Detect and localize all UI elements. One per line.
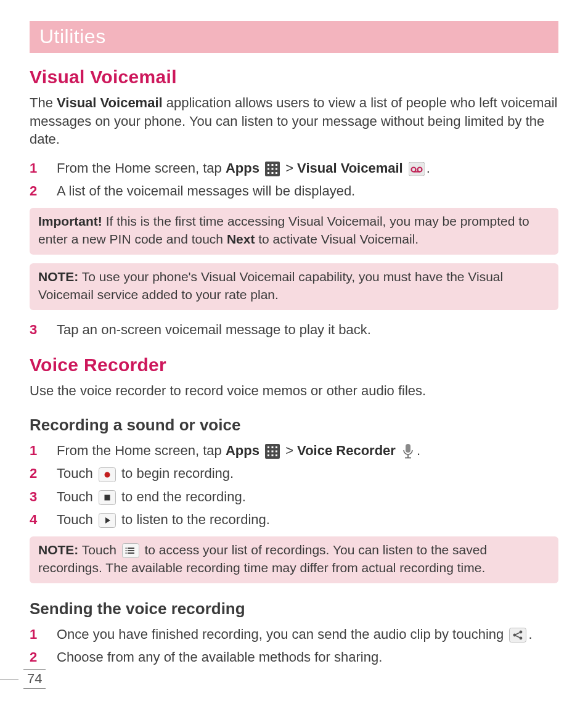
- text: A list of the voicemail messages will be…: [57, 183, 355, 199]
- text-bold: Voice Recorder: [297, 443, 396, 458]
- text: To use your phone's Visual Voicemail cap…: [38, 269, 503, 302]
- apps-grid-icon: [265, 444, 280, 459]
- list-button-icon: [122, 543, 139, 558]
- callout-label: NOTE:: [38, 543, 78, 557]
- svg-point-28: [104, 472, 110, 477]
- sending-steps: 1 Once you have finished recording, you …: [30, 623, 558, 668]
- text: .: [417, 443, 420, 458]
- heading-visual-voicemail: Visual Voicemail: [30, 67, 558, 88]
- play-button-icon: [99, 513, 116, 528]
- heading-sending: Sending the voice recording: [30, 599, 558, 618]
- vv-steps: 1 From the Home screen, tap Apps > Visua…: [30, 157, 558, 202]
- text: From the Home screen, tap: [57, 160, 226, 176]
- svg-rect-7: [267, 172, 269, 174]
- step-item: 2 Touch to begin recording.: [30, 462, 558, 484]
- svg-rect-20: [276, 451, 277, 453]
- heading-recording: Recording a sound or voice: [30, 416, 558, 435]
- svg-rect-4: [267, 168, 269, 170]
- svg-rect-19: [272, 451, 274, 453]
- footer-rule: [0, 679, 18, 679]
- note-callout: NOTE: Touch to access your list of recor…: [30, 536, 558, 583]
- vr-intro: Use the voice recorder to record voice m…: [30, 382, 558, 400]
- text: >: [285, 443, 297, 458]
- page-number: 74: [23, 669, 46, 689]
- svg-rect-21: [267, 454, 269, 456]
- svg-rect-24: [406, 444, 410, 453]
- text: Touch: [57, 512, 97, 527]
- svg-rect-8: [272, 172, 274, 174]
- svg-point-38: [125, 550, 126, 551]
- text: Choose from any of the available methods…: [57, 649, 382, 665]
- svg-rect-9: [276, 172, 277, 174]
- step-item: 3 Touch to end the recording.: [30, 486, 558, 507]
- text: .: [427, 160, 430, 176]
- stop-button-icon: [99, 490, 116, 505]
- text: to begin recording.: [121, 466, 234, 481]
- svg-point-37: [125, 548, 126, 549]
- svg-rect-15: [267, 446, 269, 448]
- text: to end the recording.: [121, 489, 246, 504]
- share-button-icon: [509, 628, 526, 642]
- svg-rect-2: [272, 164, 274, 166]
- vv-steps-continued: 3 Tap an on-screen voicemail message to …: [30, 319, 558, 340]
- svg-rect-30: [104, 495, 110, 500]
- text: Touch: [57, 489, 97, 504]
- microphone-icon: [401, 443, 415, 459]
- svg-rect-23: [276, 454, 277, 456]
- svg-rect-5: [272, 168, 274, 170]
- svg-rect-22: [272, 454, 274, 456]
- step-item: 3 Tap an on-screen voicemail message to …: [30, 319, 558, 340]
- text: Touch: [57, 466, 97, 481]
- text-bold: Apps: [226, 443, 259, 458]
- step-number: 1: [30, 623, 37, 645]
- heading-voice-recorder: Voice Recorder: [30, 355, 558, 376]
- svg-rect-6: [276, 168, 277, 170]
- svg-rect-17: [276, 446, 277, 448]
- svg-rect-18: [267, 451, 269, 453]
- note-callout: NOTE: To use your phone's Visual Voicema…: [30, 263, 558, 310]
- section-banner: Utilities: [30, 21, 558, 53]
- page-footer: 74: [0, 669, 46, 689]
- callout-label: Important!: [38, 214, 102, 228]
- text: >: [285, 160, 297, 176]
- recording-steps: 1 From the Home screen, tap Apps > Voice…: [30, 440, 558, 530]
- step-number: 2: [30, 462, 37, 484]
- banner-title: Utilities: [39, 25, 106, 47]
- text: Touch: [78, 543, 120, 557]
- voicemail-icon: [409, 162, 425, 176]
- text-bold: Visual Voicemail: [297, 160, 403, 176]
- step-item: 1 Once you have finished recording, you …: [30, 623, 558, 645]
- step-number: 4: [30, 509, 37, 530]
- step-item: 2 Choose from any of the available metho…: [30, 646, 558, 668]
- svg-rect-1: [267, 164, 269, 166]
- text-bold: Visual Voicemail: [57, 95, 163, 110]
- vv-intro: The Visual Voicemail application allows …: [30, 94, 558, 149]
- step-item: 1 From the Home screen, tap Apps > Voice…: [30, 440, 558, 461]
- svg-rect-3: [276, 164, 277, 166]
- step-number: 2: [30, 180, 37, 202]
- callout-label: NOTE:: [38, 269, 78, 284]
- step-number: 1: [30, 440, 37, 461]
- svg-rect-40: [510, 628, 526, 642]
- record-button-icon: [99, 467, 116, 482]
- step-number: 2: [30, 646, 37, 668]
- step-number: 3: [30, 319, 37, 340]
- step-number: 3: [30, 486, 37, 507]
- apps-grid-icon: [265, 162, 280, 176]
- text: to listen to the recording.: [121, 512, 270, 527]
- text-bold: Apps: [226, 160, 259, 176]
- step-item: 1 From the Home screen, tap Apps > Visua…: [30, 157, 558, 179]
- text: Once you have finished recording, you ca…: [57, 626, 507, 642]
- text: to activate Visual Voicemail.: [255, 232, 419, 246]
- svg-rect-16: [272, 446, 274, 448]
- text: .: [528, 626, 532, 642]
- step-item: 2 A list of the voicemail messages will …: [30, 180, 558, 202]
- text: From the Home screen, tap: [57, 443, 226, 458]
- text: Tap an on-screen voicemail message to pl…: [57, 322, 371, 337]
- step-number: 1: [30, 157, 37, 179]
- important-callout: Important! If this is the first time acc…: [30, 208, 558, 255]
- text: The: [30, 95, 57, 110]
- svg-point-39: [125, 552, 126, 554]
- text-bold: Next: [227, 232, 255, 246]
- step-item: 4 Touch to listen to the recording.: [30, 509, 558, 530]
